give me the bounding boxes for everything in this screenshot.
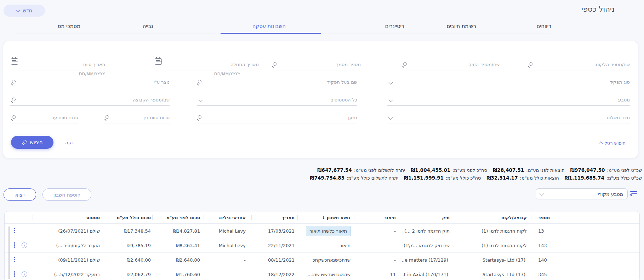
chevron-down-icon [198,98,203,102]
tab-reports[interactable]: דיווחים [537,23,551,29]
search-icon [11,115,16,120]
document-number-field[interactable]: מספר מסמך [271,58,361,70]
info-icon[interactable]: i [22,243,27,248]
amount-range-from-field[interactable]: סכום טווח בין [104,111,170,123]
column-header-description[interactable]: תיאור [354,211,402,223]
column-header-amount-including-vat[interactable]: סכום כולל מע"מ [102,211,152,223]
calendar-icon[interactable] [11,58,18,65]
column-header-number[interactable]: מספר [531,211,639,223]
recipient-field[interactable]: נמען [196,111,357,123]
table-header-row: מספר קבוצה/לקוח תיק תיאור נושא חשבון ↓ ת… [5,211,639,224]
date-cell: 22/11/2021 [251,243,297,248]
column-header-date[interactable]: תאריך [251,211,297,223]
account-subject-cell[interactable]: שדחכישגאחכשקחכ [297,257,354,263]
row-menu-icon[interactable] [14,242,15,249]
amount-including-vat-cell: ₪2,062.79 [102,272,152,277]
clear-button[interactable]: נקה [65,140,74,145]
tab-charges-list[interactable]: רשימת חיובים [446,23,476,29]
totals-including-vat: שכ"ט כולל מע"מ:₪1,119,685.74 הוצאות כולל… [310,174,642,182]
column-header-status[interactable]: סטטוס [33,211,102,223]
row-menu-icon[interactable] [14,228,15,234]
tab-tax-documents[interactable]: מסמכי מס [58,23,80,29]
search-icon [197,80,202,85]
column-header-group-client[interactable]: קבוצה/לקוח [455,211,531,223]
currency-convert-icon[interactable] [629,190,638,198]
group-name-field[interactable]: שם/מספר הקבוצה [10,93,170,106]
sort-descending-icon[interactable]: ↓ [322,215,325,220]
calendar-icon[interactable] [155,58,162,65]
account-subject-cell[interactable]: תיאור [297,243,354,248]
row-menu-icon[interactable] [14,257,15,263]
client-cell: Startasys- Ltd (17) [455,272,531,277]
search-icon [272,62,277,67]
column-header-amount-before-vat[interactable]: סכום לפני מע"מ [152,211,204,223]
client-cell: Startasys- Ltd (17) [455,257,531,263]
selected-subject-highlight[interactable]: תיאור כלשהו תיאור [306,226,351,236]
amount-value: ₪1,151,999.91 [404,175,444,181]
regular-search-toggle[interactable]: חיפוש רגיל [599,140,626,146]
totals-before-vat: שכ"ט לפני מע"מ:₪976,047.50 הוצאות לפני מ… [310,166,642,174]
chevron-down-icon [388,115,393,120]
chevron-down-icon [16,8,20,12]
description-cell: - [354,243,402,248]
new-button-label: חדש [23,8,32,13]
amount-value: ₪1,004,455.01 [411,167,450,173]
chevron-down-icon [388,80,393,84]
end-date-field[interactable]: תאריך סיום DD/MM/YYYY [11,58,105,70]
created-by-field[interactable]: נוצר ע"י [10,76,170,88]
info-icon[interactable]: i [22,272,27,277]
amount-value: ₪647,677.54 [317,167,352,173]
case-cell: ...e matters (17/129) [402,257,455,263]
table-row[interactable]: 13 לקוח הדגמות לדמו(1) תיק הדגמה לדמו 2(… [5,224,639,238]
tab-collection[interactable]: גבייה [143,23,153,29]
currency-select[interactable]: מטבע [387,93,630,106]
statuses-select[interactable]: כל הסטטוסים [197,93,357,106]
billing-manager-cell: - [204,272,251,277]
payment-status-select[interactable]: מצב תשלום [387,111,630,123]
status-cell: שולם(09/11/2021) [33,257,102,263]
case-name-field[interactable]: שם/מספר התיק [401,58,500,70]
case-cell: ...t in Axial (170/171) [402,272,455,277]
table-row[interactable]: 140 Startasys- Ltd (17) ...e matters (17… [5,253,639,267]
tab-retainers[interactable]: ריטיינרים [385,23,404,29]
display-currency-select[interactable]: מטבע מקורי [536,188,628,199]
row-menu-icon[interactable] [14,271,15,278]
column-header-billing-manager[interactable]: אחראי בילינג [204,211,251,223]
role-type-select[interactable]: סוג תפקיד [387,76,630,88]
column-header-case[interactable]: תיק [402,211,455,223]
amount-value: ₪749,754.83 [310,175,344,181]
amount-value: ₪28,407.51 [493,167,524,173]
search-icon [11,80,16,85]
search-icon [197,115,202,120]
start-date-field[interactable]: תאריך התחלה DD/MM/YYYY [155,58,259,70]
client-name-field[interactable]: שם/מספר הלקוח [527,58,630,70]
search-icon [402,62,407,67]
column-header-actions [5,211,33,223]
amount-value: ₪976,047.50 [570,167,605,173]
search-icon [104,115,109,120]
amount-before-vat-cell: ₪1,760.60 [152,272,204,277]
table-row[interactable]: 345 Startasys- Ltd (17) ...t in Axial (1… [5,267,639,280]
client-cell: לקוח הדגמות לדמו(1) [455,243,531,248]
search-icon [22,140,27,145]
chevron-down-icon [388,98,393,102]
table-row[interactable]: 143 לקוח הדגמות לדמו(1) שם תיק לדוגמא(1\… [5,238,639,253]
export-button[interactable]: ייצוא [4,188,36,201]
amount-range-to-field[interactable]: סכום טווח עד [10,111,78,123]
chevron-down-icon [540,191,544,196]
tab-transaction-accounts[interactable]: חשבונות עסקה [252,23,286,29]
page-title: ניהול כספי [581,5,615,13]
role-holder-field[interactable]: שם בעל תפקיד [196,76,357,88]
description-cell: - [354,228,402,234]
new-button[interactable]: חדש [4,5,45,17]
amount-value: ₪1,119,685.74 [565,175,604,181]
column-header-account-subject[interactable]: נושא חשבון ↓ [297,211,354,223]
search-button[interactable]: חיפוש [11,136,53,149]
add-account-button[interactable]: הוספת חשבון [42,188,91,201]
account-subject-cell[interactable]: שדגשגדשגדשש שדג... [297,272,354,277]
account-subject-cell[interactable]: תיאור כלשהו תיאור [297,226,354,236]
billing-manager-cell: - [204,257,251,263]
chevron-up-icon [599,141,603,145]
table-scrollbar[interactable] [8,226,10,279]
description-cell: - [354,257,402,263]
